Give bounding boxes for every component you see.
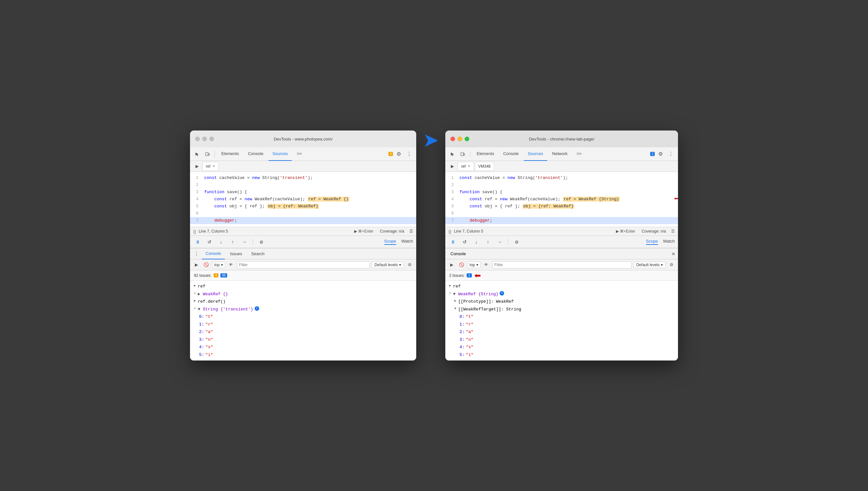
- right-file-tabs: ▶ ref ✕ VM348: [445, 161, 678, 172]
- right-levels-dropdown[interactable]: Default levels ▾: [634, 262, 666, 268]
- right-tab-network[interactable]: Network: [549, 147, 572, 161]
- left-minimize-button[interactable]: [202, 137, 207, 141]
- right-code-area: 1 const cacheValue = new String('transie…: [445, 172, 678, 227]
- right-eye-icon[interactable]: 👁: [482, 261, 490, 269]
- code-line-1: 1 const cacheValue = new String('transie…: [190, 174, 416, 181]
- left-step-out-btn[interactable]: ↑: [228, 237, 237, 247]
- left-tab-sources[interactable]: Sources: [269, 147, 292, 161]
- left-scope-tab[interactable]: Scope: [384, 239, 396, 245]
- code-line-3: 3 function save() {: [190, 189, 416, 196]
- right-bottom-panel: Console ✕ ▶ 🚫 top ▾ 👁 Default levels: [445, 248, 678, 360]
- right-run-coverage[interactable]: ▶ ⌘+Enter: [616, 229, 635, 234]
- right-device-icon[interactable]: [458, 150, 467, 158]
- left-close-button[interactable]: [195, 137, 200, 141]
- left-console-row-6: 1: "r": [195, 321, 416, 328]
- right-step-over-btn[interactable]: ↺: [460, 237, 469, 247]
- right-deactivate-btn[interactable]: ⊘: [512, 237, 521, 247]
- code-line-4: 4 const ref = new WeakRef(cacheValue); r…: [190, 196, 416, 203]
- left-filter-input[interactable]: [237, 261, 370, 268]
- left-run-coverage[interactable]: ▶ ⌘+Enter: [354, 229, 373, 234]
- right-filter-input[interactable]: [492, 261, 632, 268]
- left-console-row-1: ▶ ref: [190, 283, 416, 290]
- left-devtools-inner: Elements Console Sources >> 4 ⚙ ⋮: [190, 147, 416, 360]
- right-run-icon[interactable]: ▶: [448, 162, 457, 171]
- left-cursor-icon[interactable]: [193, 150, 202, 158]
- left-search-tab[interactable]: Search: [247, 249, 268, 259]
- right-ref-tab[interactable]: ref ✕: [457, 162, 474, 171]
- right-cursor-icon[interactable]: [448, 150, 457, 158]
- right-toolbar-sep1: [470, 151, 470, 157]
- left-console-row-5: 0: "t": [195, 313, 416, 321]
- right-vm348-tab[interactable]: VM348: [475, 162, 494, 171]
- left-run-icon[interactable]: ▶: [193, 162, 202, 171]
- right-tab-more[interactable]: >>: [572, 147, 585, 161]
- left-ref-close[interactable]: ✕: [212, 164, 215, 168]
- left-settings-icon[interactable]: ⚙: [394, 150, 403, 158]
- right-more-icon[interactable]: ⋮: [666, 150, 675, 158]
- right-top-dropdown[interactable]: top ▾: [467, 262, 480, 268]
- left-console-content: ▶ ref < ▶ WeakRef {} ▶ ref.deref() < ▼ S…: [190, 281, 416, 360]
- left-tab-elements[interactable]: Elements: [218, 147, 243, 161]
- right-step-out-btn[interactable]: ↑: [483, 237, 493, 247]
- left-info-icon[interactable]: i: [255, 306, 259, 311]
- right-scope-tab[interactable]: Scope: [646, 239, 658, 245]
- left-issues-tab[interactable]: Issues: [226, 249, 246, 259]
- right-console-title: Console: [448, 251, 469, 256]
- left-step-btn[interactable]: →: [240, 237, 249, 247]
- right-watch-tab[interactable]: Watch: [663, 239, 675, 245]
- left-issues-count: 92 Issues:: [194, 273, 212, 278]
- right-step-btn[interactable]: →: [495, 237, 504, 247]
- right-info-icon[interactable]: i: [500, 291, 504, 295]
- left-pause-btn[interactable]: ⏸: [193, 237, 202, 247]
- right-issues-badge: 2: [650, 152, 655, 156]
- right-ref-close[interactable]: ✕: [468, 164, 471, 168]
- right-status-bar: {} Line 7, Column 5 ▶ ⌘+Enter Coverage: …: [445, 227, 678, 236]
- left-watch-tab[interactable]: Watch: [401, 239, 413, 245]
- right-console-settings-icon[interactable]: ⚙: [668, 261, 675, 269]
- left-console-tab[interactable]: Console: [202, 249, 225, 259]
- left-bottom-dots[interactable]: ⋮: [193, 250, 200, 258]
- left-levels-dropdown[interactable]: Default levels ▾: [372, 262, 404, 268]
- right-console-run-icon[interactable]: ▶: [448, 261, 456, 269]
- right-tab-sources[interactable]: Sources: [524, 147, 547, 161]
- left-console-clear-icon[interactable]: 🚫: [202, 261, 210, 269]
- left-step-into-btn[interactable]: ↓: [217, 237, 226, 247]
- left-format-icon[interactable]: ☰: [410, 229, 413, 234]
- left-console-run-icon[interactable]: ▶: [193, 261, 200, 269]
- left-more-icon[interactable]: ⋮: [404, 150, 414, 158]
- right-braces-icon[interactable]: {}: [449, 229, 451, 234]
- left-deactivate-btn[interactable]: ⊘: [257, 237, 266, 247]
- right-maximize-button[interactable]: [465, 137, 469, 141]
- left-top-dropdown[interactable]: top ▾: [212, 262, 225, 268]
- right-console-close[interactable]: ✕: [672, 251, 675, 257]
- left-console-toolbar: ▶ 🚫 top ▾ 👁 Default levels ▾ ⚙: [190, 259, 416, 270]
- left-maximize-button[interactable]: [209, 137, 214, 141]
- left-step-over-btn[interactable]: ↺: [205, 237, 214, 247]
- left-device-icon[interactable]: [203, 150, 212, 158]
- right-tab-elements[interactable]: Elements: [473, 147, 498, 161]
- right-console-clear-icon[interactable]: 🚫: [457, 261, 465, 269]
- left-window-title: DevTools - www.photopea.com/: [274, 137, 333, 142]
- left-issues-badge: 4: [388, 152, 393, 156]
- right-close-button[interactable]: [450, 137, 455, 141]
- right-console-titlebar: Console ✕: [445, 249, 678, 259]
- left-eye-icon[interactable]: 👁: [227, 261, 235, 269]
- left-line-col: Line 7, Column 5: [199, 229, 228, 234]
- left-braces-icon[interactable]: {}: [193, 229, 196, 234]
- right-pause-btn[interactable]: ⏸: [449, 237, 457, 247]
- right-step-into-btn[interactable]: ↓: [472, 237, 481, 247]
- right-code-line-5: 5 const obj = { ref }; obj = {ref: WeakR…: [445, 203, 678, 210]
- right-settings-icon[interactable]: ⚙: [656, 150, 665, 158]
- right-format-icon[interactable]: ☰: [671, 229, 675, 234]
- right-minimize-button[interactable]: [457, 137, 462, 141]
- left-tab-console[interactable]: Console: [244, 147, 267, 161]
- right-issues-count: 2 Issues:: [449, 273, 465, 278]
- right-red-arrow-badge: ⬅: [474, 271, 481, 280]
- right-console-row-5: 0: "t": [456, 313, 678, 321]
- left-ref-tab[interactable]: ref ✕: [202, 162, 219, 171]
- svg-rect-0: [205, 152, 208, 156]
- left-console-settings-icon[interactable]: ⚙: [406, 261, 414, 269]
- right-console-row-7: 2: "a": [456, 328, 678, 336]
- right-tab-console[interactable]: Console: [499, 147, 523, 161]
- left-tab-more[interactable]: >>: [293, 147, 306, 161]
